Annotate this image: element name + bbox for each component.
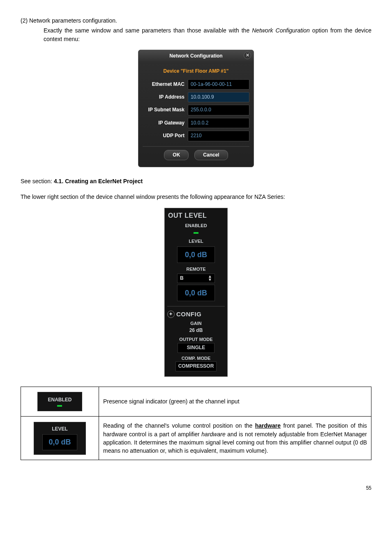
level-indicator-block: LEVEL 0,0 dB bbox=[34, 422, 85, 454]
input-subnet[interactable]: 255.0.0.0 bbox=[188, 105, 249, 115]
out-level-panel: OUT LEVEL ENABLED LEVEL 0,0 dB REMOTE B … bbox=[164, 208, 228, 377]
table-row: ENABLED Presence signal indicator (green… bbox=[21, 387, 371, 416]
see-pre: See section: bbox=[21, 178, 54, 184]
dialog-title-bar: Network Configuration ✕ bbox=[138, 50, 254, 62]
comp-mode-value: COMPRESSOR bbox=[175, 362, 217, 371]
row-ethernet-mac: Ethernet MAC 00-1a-96-00-00-11 bbox=[143, 79, 249, 90]
label-gateway: IP Gateway bbox=[143, 120, 188, 127]
enabled-led-icon bbox=[57, 405, 62, 407]
stepper-arrows-icon[interactable]: ▲▼ bbox=[208, 275, 212, 281]
see-section-line: See section: 4.1. Creating an EclerNet P… bbox=[21, 177, 371, 185]
remote-label: REMOTE bbox=[167, 266, 225, 273]
ok-button[interactable]: OK bbox=[164, 150, 189, 160]
output-mode-value: SINGLE bbox=[178, 343, 214, 352]
gain-block: GAIN 26 dB bbox=[167, 320, 225, 334]
lower-paragraph: The lower right section of the device ch… bbox=[21, 193, 371, 201]
label-ip-address: IP Address bbox=[143, 94, 188, 101]
table-row: LEVEL 0,0 dB Reading of the channel's vo… bbox=[21, 417, 371, 460]
level-desc-1: Reading of the channel's volume control … bbox=[103, 422, 255, 429]
enabled-indicator-block: ENABLED bbox=[37, 392, 82, 411]
cell-level-desc: Reading of the channel's volume control … bbox=[99, 417, 371, 460]
intro-paragraph: Exactly the same window and same paramet… bbox=[44, 26, 371, 43]
see-bold: 4.1. Creating an EclerNet Project bbox=[54, 178, 143, 184]
input-ip-address[interactable]: 10.0.100.9 bbox=[188, 92, 249, 102]
close-icon[interactable]: ✕ bbox=[244, 52, 251, 59]
intro-pre: Exactly the same window and same paramet… bbox=[44, 27, 252, 34]
remote-selected: B bbox=[180, 275, 184, 282]
config-title-text: CONFIG bbox=[176, 310, 201, 319]
level-desc-hw: hardware bbox=[255, 422, 281, 429]
page-number: 55 bbox=[21, 485, 371, 492]
cell-enabled-image: ENABLED bbox=[21, 387, 99, 416]
cancel-button[interactable]: Cancel bbox=[194, 150, 228, 160]
row-gateway: IP Gateway 10.0.0.2 bbox=[143, 118, 249, 128]
output-mode-label: OUTPUT MODE bbox=[167, 336, 225, 343]
cell-enabled-desc: Presence signal indicator (green) at the… bbox=[99, 387, 371, 416]
level-readout: 0,0 dB bbox=[177, 246, 215, 263]
level-desc-hw2: hardware bbox=[201, 431, 225, 438]
row-subnet: IP Subnet Mask 255.0.0.0 bbox=[143, 105, 249, 115]
dialog-title: Network Configuration bbox=[169, 53, 222, 60]
dialog-device-name: Device "First Floor AMP #1" bbox=[143, 68, 249, 75]
gain-value: 26 dB bbox=[167, 327, 225, 334]
out-level-title: OUT LEVEL bbox=[167, 211, 225, 220]
section-heading: (2) Network parameters configuration. bbox=[21, 16, 371, 25]
enabled-label: ENABLED bbox=[167, 223, 225, 229]
label-ethernet-mac: Ethernet MAC bbox=[143, 81, 188, 88]
level-label-cell: LEVEL bbox=[42, 426, 77, 433]
value-ethernet-mac: 00-1a-96-00-00-11 bbox=[188, 79, 249, 90]
label-subnet: IP Subnet Mask bbox=[143, 106, 188, 113]
network-config-dialog: Network Configuration ✕ Device "First Fl… bbox=[138, 50, 254, 167]
remote-selector[interactable]: B ▲▼ bbox=[177, 274, 215, 283]
enabled-led-icon bbox=[194, 232, 198, 234]
level-label: LEVEL bbox=[167, 238, 225, 245]
comp-mode-block: COMP. MODE COMPRESSOR bbox=[167, 355, 225, 371]
input-udp-port[interactable]: 2210 bbox=[188, 131, 249, 141]
enabled-label-cell: ENABLED bbox=[48, 397, 71, 403]
label-udp-port: UDP Port bbox=[143, 132, 188, 139]
row-udp-port: UDP Port 2210 bbox=[143, 131, 249, 141]
wrench-icon[interactable]: ✦ bbox=[167, 311, 175, 318]
config-title: ✦ CONFIG bbox=[167, 306, 225, 319]
level-value-cell: 0,0 dB bbox=[42, 434, 77, 450]
intro-italic: Network Configuration bbox=[252, 27, 310, 34]
gain-label: GAIN bbox=[167, 320, 225, 327]
description-table: ENABLED Presence signal indicator (green… bbox=[21, 387, 371, 461]
output-mode-block: OUTPUT MODE SINGLE bbox=[167, 336, 225, 352]
row-ip-address: IP Address 10.0.100.9 bbox=[143, 92, 249, 102]
enabled-led-wrap bbox=[167, 229, 225, 236]
cell-level-image: LEVEL 0,0 dB bbox=[21, 417, 99, 460]
remote-readout: 0,0 dB bbox=[177, 285, 215, 301]
input-gateway[interactable]: 10.0.0.2 bbox=[188, 118, 249, 128]
comp-mode-label: COMP. MODE bbox=[167, 355, 225, 362]
